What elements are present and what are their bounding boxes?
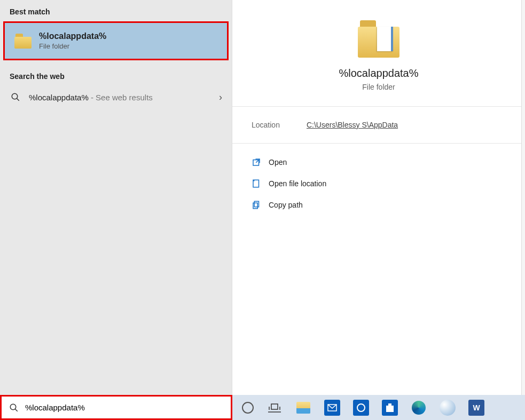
file-explorer-icon[interactable] (295, 400, 311, 416)
svg-rect-8 (271, 404, 278, 409)
preview-title: %localappdata% (339, 67, 419, 80)
best-match-subtitle: File folder (39, 42, 106, 50)
folder-icon (14, 34, 32, 49)
search-icon (10, 91, 21, 103)
web-query: %localappdata% (29, 93, 89, 102)
preview-subtitle: File folder (362, 83, 395, 91)
mail-icon[interactable] (324, 400, 340, 416)
best-match-header: Best match (0, 0, 232, 20)
svg-rect-5 (253, 203, 257, 209)
word-icon[interactable]: W (468, 400, 484, 416)
chevron-right-icon: › (219, 92, 222, 103)
open-icon (252, 157, 261, 167)
store-icon[interactable] (382, 400, 398, 416)
action-copy-path[interactable]: Copy path (248, 196, 509, 214)
svg-line-1 (17, 98, 19, 101)
action-open-location-label: Open file location (269, 179, 326, 188)
svg-rect-4 (254, 201, 258, 207)
action-open-location[interactable]: Open file location (248, 175, 509, 193)
scrollbar-track[interactable] (521, 0, 525, 395)
edge-icon[interactable] (411, 400, 427, 416)
search-web-result[interactable]: %localappdata% - See web results › (0, 85, 232, 109)
search-icon (8, 402, 20, 414)
search-web-header: Search the web (0, 65, 232, 85)
search-bar[interactable] (0, 395, 232, 420)
preview-panel: %localappdata% File folder Location C:\U… (232, 0, 525, 395)
open-location-icon (252, 179, 261, 188)
cortana-icon[interactable] (242, 402, 254, 414)
action-copy-path-label: Copy path (269, 201, 303, 209)
best-match-result[interactable]: %localappdata% File folder (3, 21, 229, 60)
action-open[interactable]: Open (248, 153, 509, 171)
svg-line-7 (15, 409, 18, 411)
task-view-icon[interactable] (267, 400, 283, 416)
action-open-label: Open (269, 158, 287, 167)
svg-point-6 (10, 404, 16, 410)
best-match-title: %localappdata% (39, 31, 106, 41)
dell-icon[interactable] (353, 400, 369, 416)
search-input[interactable] (25, 403, 224, 412)
search-results-panel: Best match %localappdata% File folder Se… (0, 0, 232, 395)
folder-icon (358, 20, 399, 58)
location-label: Location (252, 121, 280, 129)
web-suffix: - See web results (89, 93, 153, 102)
taskbar: W (232, 395, 525, 420)
copy-icon (252, 200, 261, 210)
svg-point-0 (12, 93, 18, 99)
location-path[interactable]: C:\Users\Blessy S\AppData (307, 121, 398, 129)
chrome-icon[interactable] (440, 400, 456, 416)
